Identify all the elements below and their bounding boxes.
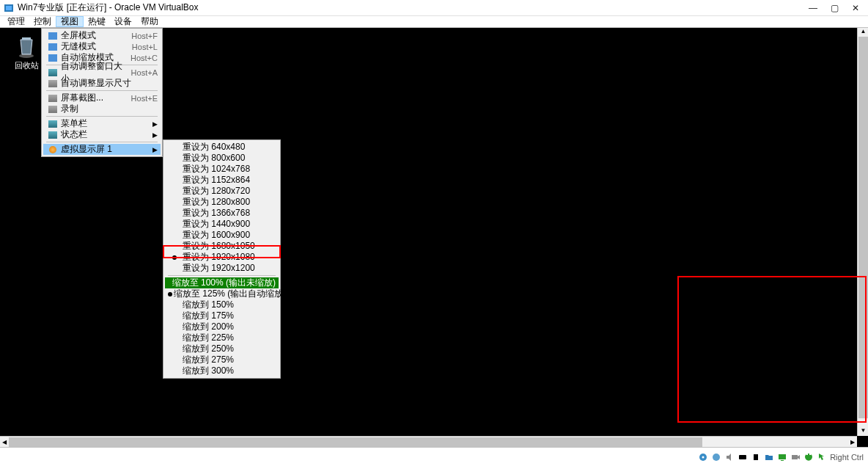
menu-4[interactable]: 设备 xyxy=(110,16,136,27)
submenu-item[interactable]: 重设为 800x600 xyxy=(165,153,279,164)
disk-icon[interactable] xyxy=(698,452,708,462)
view-menu-item[interactable]: 无缝模式Host+L xyxy=(43,41,161,52)
view-menu-item[interactable]: 录制 xyxy=(43,103,161,114)
menu-item-label: 录制 xyxy=(59,103,158,115)
submenu-item[interactable]: 缩放至 125% (输出自动缩放) xyxy=(165,288,279,299)
menu-item-label: 自动调整显示尺寸 xyxy=(59,77,158,90)
view-menu-item[interactable]: 自动调整显示尺寸 xyxy=(43,78,161,89)
submenu-item[interactable]: 重设为 640x480 xyxy=(165,142,279,153)
submenu-item[interactable]: 缩放到 150% xyxy=(165,299,279,310)
record-icon[interactable] xyxy=(790,452,801,462)
display-icon[interactable] xyxy=(777,452,787,462)
submenu-item[interactable]: 缩放至 100% (输出未缩放) xyxy=(165,277,279,288)
scroll-right-icon[interactable]: ▶ xyxy=(848,437,857,448)
mouse-integration-icon[interactable] xyxy=(817,452,827,462)
menu-0[interactable]: 管理 xyxy=(3,16,29,27)
svg-point-6 xyxy=(713,454,720,461)
view-menu-dropdown: 全屏模式Host+F无缝模式Host+L自动缩放模式Host+C自动调整窗口大小… xyxy=(41,28,163,157)
gray-icon xyxy=(46,80,59,87)
gray-icon xyxy=(46,106,59,113)
recycle-bin[interactable]: 回收站 xyxy=(9,32,44,71)
vertical-scrollbar-thumb[interactable] xyxy=(858,37,868,418)
menu-2[interactable]: 视图 xyxy=(56,16,84,27)
menu-separator xyxy=(46,116,158,117)
usb-icon[interactable] xyxy=(751,452,761,462)
submenu-item-label: 缩放到 300% xyxy=(181,365,276,377)
orange-icon xyxy=(46,146,59,153)
teal-icon xyxy=(46,69,59,76)
machine-state-icon[interactable] xyxy=(803,452,814,462)
menu-shortcut: Host+L xyxy=(132,43,158,51)
svg-rect-11 xyxy=(792,455,798,459)
vertical-scrollbar[interactable]: ▲ ▼ xyxy=(857,28,868,436)
virtual-screen-submenu: 重设为 640x480重设为 800x600重设为 1024x768重设为 11… xyxy=(163,139,281,379)
submenu-item[interactable]: 重设为 1920x1080 xyxy=(165,252,279,263)
menu-shortcut: Host+F xyxy=(131,32,158,40)
menu-1[interactable]: 控制 xyxy=(29,16,56,27)
menu-3[interactable]: 热键 xyxy=(84,16,110,27)
submenu-item[interactable]: 缩放到 300% xyxy=(165,365,279,376)
scroll-left-icon[interactable]: ◀ xyxy=(0,437,9,448)
recycle-bin-icon xyxy=(13,32,40,59)
submenu-separator xyxy=(168,275,276,276)
svg-rect-9 xyxy=(779,454,786,459)
submenu-item[interactable]: 重设为 1152x864 xyxy=(165,175,279,186)
scroll-up-icon[interactable]: ▲ xyxy=(858,28,868,37)
submenu-item[interactable]: 缩放到 250% xyxy=(165,343,279,354)
teal-icon xyxy=(46,131,59,139)
guest-display[interactable]: 回收站 全屏模式Host+F无缝模式Host+L自动缩放模式Host+C自动调整… xyxy=(0,28,868,447)
submenu-item[interactable]: 缩放到 275% xyxy=(165,354,279,365)
submenu-item[interactable]: 重设为 1024x768 xyxy=(165,164,279,175)
close-button[interactable]: ✕ xyxy=(852,3,859,13)
submenu-item[interactable]: 重设为 1440x900 xyxy=(165,219,279,230)
submenu-item[interactable]: 缩放到 175% xyxy=(165,310,279,321)
horizontal-scrollbar[interactable]: ◀ ▶ xyxy=(0,436,857,447)
submenu-arrow-icon: ▶ xyxy=(152,146,158,153)
svg-rect-8 xyxy=(754,454,758,460)
folder-icon[interactable] xyxy=(764,452,774,462)
view-menu-item[interactable]: 屏幕截图...Host+E xyxy=(43,92,161,103)
menu-item-label: 状态栏 xyxy=(59,128,158,141)
virtualbox-icon xyxy=(3,2,15,14)
gray-icon xyxy=(46,95,59,102)
submenu-item[interactable]: 缩放到 200% xyxy=(165,321,279,332)
blue-icon xyxy=(46,32,59,40)
radio-slot xyxy=(168,255,181,260)
maximize-button[interactable]: ▢ xyxy=(831,3,839,13)
network-icon[interactable] xyxy=(738,452,748,462)
submenu-item[interactable]: 重设为 1280x720 xyxy=(165,186,279,197)
svg-rect-3 xyxy=(22,37,31,40)
submenu-item[interactable]: 重设为 1280x800 xyxy=(165,197,279,208)
submenu-item[interactable]: 重设为 1920x1200 xyxy=(165,263,279,274)
optical-icon[interactable] xyxy=(711,452,721,462)
submenu-arrow-icon: ▶ xyxy=(152,120,158,128)
statusbar: Right Ctrl xyxy=(0,447,868,466)
menu-item-label: 虚拟显示屏 1 xyxy=(59,143,158,156)
view-menu-item[interactable]: 状态栏▶ xyxy=(43,129,161,140)
minimize-button[interactable]: — xyxy=(809,3,817,13)
submenu-item[interactable]: 重设为 1680x1050 xyxy=(165,241,279,252)
view-menu-item[interactable]: 全屏模式Host+F xyxy=(43,30,161,41)
view-menu-item[interactable]: 虚拟显示屏 1▶ xyxy=(43,144,161,155)
submenu-arrow-icon: ▶ xyxy=(152,131,158,139)
svg-rect-1 xyxy=(6,6,12,10)
recycle-bin-label: 回收站 xyxy=(9,60,44,71)
menu-separator xyxy=(46,90,158,91)
menu-shortcut: Host+E xyxy=(131,94,158,103)
view-menu-item[interactable]: 菜单栏▶ xyxy=(43,118,161,129)
teal-icon xyxy=(46,120,59,128)
submenu-item-label: 重设为 1920x1200 xyxy=(181,262,276,274)
svg-point-5 xyxy=(702,456,705,458)
submenu-item[interactable]: 重设为 1366x768 xyxy=(165,208,279,219)
menu-separator xyxy=(46,142,158,142)
submenu-item[interactable]: 缩放到 225% xyxy=(165,332,279,343)
blue-icon xyxy=(46,54,59,62)
horizontal-scrollbar-thumb[interactable] xyxy=(9,437,702,447)
submenu-item[interactable]: 重设为 1600x900 xyxy=(165,230,279,241)
view-menu-item[interactable]: 自动调整窗口大小Host+A xyxy=(43,67,161,78)
scroll-down-icon[interactable]: ▼ xyxy=(858,427,868,436)
audio-icon[interactable] xyxy=(724,452,735,462)
menu-5[interactable]: 帮助 xyxy=(136,16,163,27)
window-title: Win7专业版 [正在运行] - Oracle VM VirtualBox xyxy=(18,1,809,14)
menu-shortcut: Host+A xyxy=(131,68,158,77)
